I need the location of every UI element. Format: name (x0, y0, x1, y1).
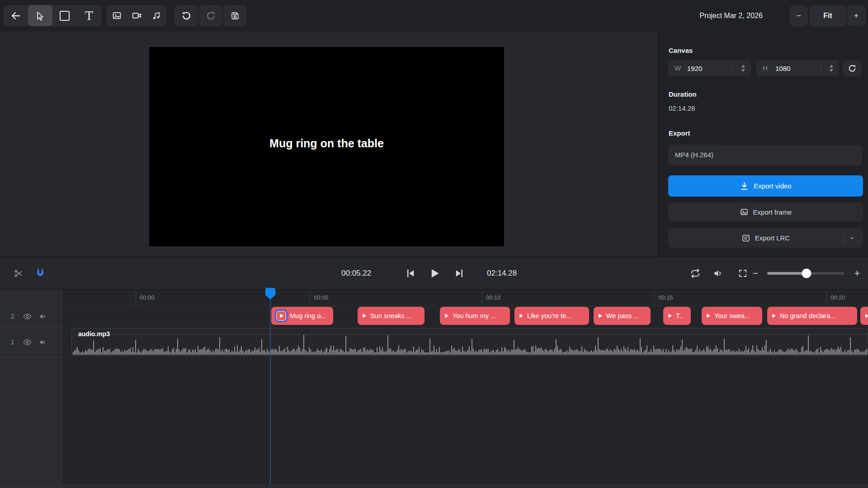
arrow-left-icon (10, 10, 21, 21)
fullscreen-icon (738, 269, 748, 278)
mute-button[interactable] (713, 268, 723, 279)
clip-play-icon[interactable] (444, 313, 449, 319)
height-stepper-down-icon[interactable] (830, 69, 833, 72)
canvas-height-input[interactable] (775, 60, 811, 76)
loop-icon (690, 268, 701, 279)
clip-label: Like you’re te... (527, 312, 571, 319)
canvas-width-input[interactable] (687, 60, 723, 76)
duration-section-heading: Duration (669, 90, 697, 98)
clip-label: We pass ... (606, 312, 639, 319)
timeline-clip[interactable]: T.. (663, 307, 691, 325)
timeline-clip[interactable]: We pass ... (594, 307, 651, 325)
tools-group: T (4, 5, 101, 26)
clip-play-icon[interactable] (598, 313, 603, 319)
clip-play-icon[interactable] (864, 313, 868, 319)
timeline-clip[interactable] (860, 307, 868, 325)
transport-bar: 00:05.22 02:14.28 − + (0, 257, 868, 290)
canvas-width-field[interactable]: W (668, 60, 751, 76)
export-lrc-button[interactable]: Export LRC (668, 228, 863, 248)
horizontal-scrollbar[interactable] (0, 484, 868, 488)
audio-clip[interactable]: audio.mp3 (71, 328, 868, 356)
undo-icon (181, 10, 192, 21)
clip-label: Mug ring o... (290, 312, 326, 319)
width-stepper-down-icon[interactable] (741, 69, 745, 72)
rectangle-tool-button[interactable] (52, 5, 77, 26)
skip-forward-icon (454, 268, 465, 279)
add-video-button[interactable] (127, 5, 146, 26)
clip-label: No grand declara... (780, 312, 835, 319)
text-tool-icon: T (85, 10, 93, 22)
minus-icon: − (753, 267, 759, 279)
audio-waveform (73, 334, 868, 355)
play-icon (429, 267, 441, 280)
timeline: 2 1 00:0000:0500:1000:1500:20 (0, 289, 868, 488)
back-button[interactable] (4, 5, 28, 26)
timeline-clip[interactable]: Your swea... (702, 307, 762, 325)
add-audio-button[interactable] (146, 5, 166, 26)
media-group (107, 5, 166, 26)
export-frame-button[interactable]: Export frame (668, 202, 863, 221)
document-lines-icon (741, 234, 750, 243)
play-button[interactable] (429, 267, 441, 280)
skip-back-button[interactable] (406, 268, 416, 279)
timeline-zoom-out-button[interactable]: − (753, 267, 759, 279)
clip-play-icon[interactable] (519, 313, 524, 319)
fullscreen-button[interactable] (738, 269, 748, 278)
reset-canvas-size-button[interactable] (843, 60, 862, 76)
timeline-clip[interactable]: Like you’re te... (514, 307, 589, 325)
redo-button[interactable] (199, 5, 222, 26)
height-stepper-up-icon[interactable] (830, 65, 833, 67)
topbar: T Project Mar 2, 2026 − Fit + (0, 0, 868, 32)
clip-play-icon[interactable] (276, 311, 286, 321)
minus-icon: − (797, 12, 801, 20)
width-label: W (675, 60, 681, 76)
canvas-height-field[interactable]: H (756, 60, 839, 76)
clip-play-icon[interactable] (667, 313, 672, 319)
skip-forward-button[interactable] (454, 268, 465, 279)
save-button[interactable] (223, 5, 247, 26)
timeline-zoom-in-button[interactable]: + (854, 267, 860, 279)
timeline-clip[interactable]: Sun sneaks ... (358, 307, 425, 325)
loop-toggle-button[interactable] (690, 268, 701, 279)
slider-thumb[interactable] (802, 269, 811, 278)
download-icon (740, 181, 749, 191)
undo-button[interactable] (175, 5, 198, 26)
canvas-zoom-fit-button[interactable]: Fit (809, 5, 846, 26)
caption-text-layer[interactable]: Mug ring on the table (149, 136, 504, 150)
clip-play-icon[interactable] (771, 313, 776, 319)
app-root: T Project Mar 2, 2026 − Fit + (0, 0, 868, 488)
playhead-line (270, 297, 271, 484)
timeline-clip[interactable]: No grand declara... (767, 307, 857, 325)
duration-value: 02:14.28 (669, 104, 695, 112)
width-stepper-up-icon[interactable] (741, 65, 745, 67)
plus-icon: + (854, 267, 860, 279)
export-lrc-options-button[interactable] (844, 228, 859, 248)
timeline-clip[interactable]: Mug ring o... (271, 307, 333, 325)
export-format-select[interactable]: MP4 (H.264) (668, 145, 862, 165)
clip-label: Your swea... (714, 312, 750, 319)
snap-toggle-button[interactable] (35, 268, 45, 278)
export-video-button[interactable]: Export video (668, 175, 863, 197)
magnet-icon (35, 268, 45, 278)
canvas-zoom-in-button[interactable]: + (847, 5, 865, 26)
current-time: 00:05.22 (341, 257, 371, 290)
skip-back-icon (406, 268, 416, 279)
redo-icon (206, 10, 216, 21)
cursor-icon (35, 11, 45, 21)
text-tool-button[interactable]: T (77, 5, 101, 26)
image-icon (112, 10, 122, 21)
timeline-clip[interactable]: You hum my ... (440, 307, 510, 325)
clip-play-icon[interactable] (362, 313, 367, 319)
canvas-zoom-out-button[interactable]: − (790, 5, 808, 26)
scissors-icon (14, 269, 24, 278)
clip-label: Sun sneaks ... (370, 312, 412, 319)
add-image-button[interactable] (107, 5, 127, 26)
preview-canvas[interactable]: Mug ring on the table (149, 47, 504, 246)
select-tool-button[interactable] (28, 5, 52, 26)
clip-play-icon[interactable] (706, 313, 711, 319)
preview-area: Mug ring on the table (0, 32, 657, 257)
project-title: Project Mar 2, 2026 (699, 0, 763, 32)
export-format-value: MP4 (H.264) (675, 145, 713, 165)
clip-label: You hum my ... (453, 312, 496, 319)
split-clip-button[interactable] (14, 269, 24, 278)
